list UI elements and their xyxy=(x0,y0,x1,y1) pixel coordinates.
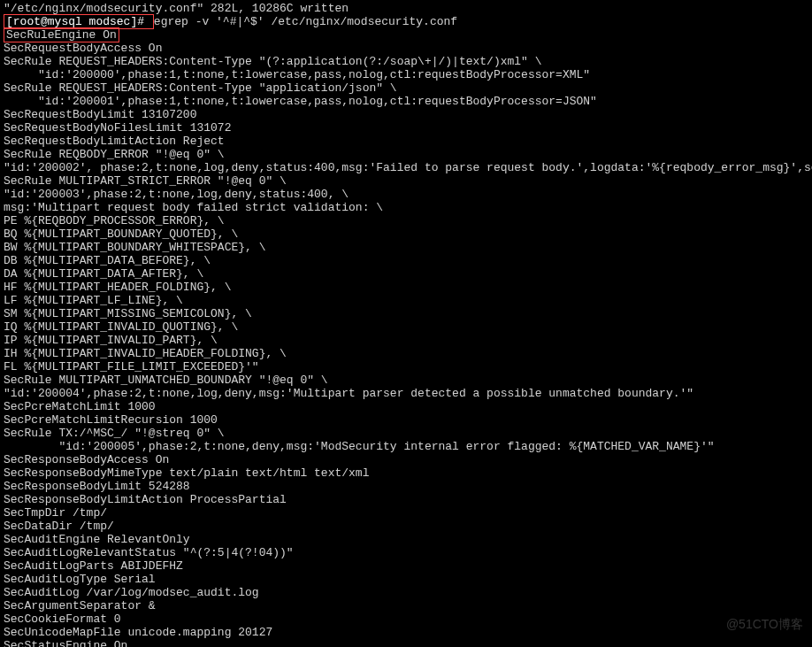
config-line: SecResponseBodyAccess On xyxy=(4,453,808,466)
config-line: SecRequestBodyLimit 13107200 xyxy=(4,108,808,121)
config-line: SecRule REQUEST_HEADERS:Content-Type "(?… xyxy=(4,55,808,68)
config-line: "id:'200004',phase:2,t:none,log,deny,msg… xyxy=(4,387,808,400)
config-line: SecRule TX:/^MSC_/ "!@streq 0" \ xyxy=(4,427,808,440)
config-line: SecRule REQUEST_HEADERS:Content-Type "ap… xyxy=(4,81,808,95)
config-line: SecAuditLogType Serial xyxy=(4,573,808,586)
config-line: IP %{MULTIPART_INVALID_PART}, \ xyxy=(4,334,808,347)
config-line: SecArgumentSeparator & xyxy=(4,599,808,612)
config-line: IQ %{MULTIPART_INVALID_QUOTING}, \ xyxy=(4,320,808,334)
config-line: HF %{MULTIPART_HEADER_FOLDING}, \ xyxy=(4,281,808,294)
config-line: DB %{MULTIPART_DATA_BEFORE}, \ xyxy=(4,254,808,267)
config-line: FL %{MULTIPART_FILE_LIMIT_EXCEEDED}'" xyxy=(4,360,808,374)
config-line: "id:'200002', phase:2,t:none,log,deny,st… xyxy=(4,161,808,174)
config-line: "id:'200001',phase:1,t:none,t:lowercase,… xyxy=(4,95,808,108)
config-line: SecStatusEngine On xyxy=(4,639,808,647)
config-line: SecUnicodeMapFile unicode.mapping 20127 xyxy=(4,626,808,639)
config-line: SecRule REQBODY_ERROR "!@eq 0" \ xyxy=(4,148,808,161)
config-line: IH %{MULTIPART_INVALID_HEADER_FOLDING}, … xyxy=(4,347,808,360)
config-line: SecResponseBodyLimitAction ProcessPartia… xyxy=(4,493,808,506)
watermark-text: @51CTO博客 xyxy=(726,618,803,631)
config-line: msg:'Multipart request body failed stric… xyxy=(4,201,808,214)
config-line: SecRequestBodyAccess On xyxy=(4,42,808,55)
config-line: DA %{MULTIPART_DATA_AFTER}, \ xyxy=(4,267,808,281)
config-line: BW %{MULTIPART_BOUNDARY_WHITESPACE}, \ xyxy=(4,241,808,254)
config-line: BQ %{MULTIPART_BOUNDARY_QUOTED}, \ xyxy=(4,227,808,241)
config-line: SecRule MULTIPART_STRICT_ERROR "!@eq 0" … xyxy=(4,174,808,188)
config-line: SecCookieFormat 0 xyxy=(4,612,808,626)
config-line: SecAuditEngine RelevantOnly xyxy=(4,533,808,546)
config-line: SecDataDir /tmp/ xyxy=(4,520,808,533)
terminal-output[interactable]: "/etc/nginx/modsecurity.conf" 282L, 1028… xyxy=(4,2,808,647)
config-output-lines: SecRequestBodyAccess OnSecRule REQUEST_H… xyxy=(4,42,808,647)
shell-command: egrep -v '^#|^$' /etc/nginx/modsecurity.… xyxy=(154,15,457,28)
config-line: "id:'200003',phase:2,t:none,log,deny,sta… xyxy=(4,188,808,201)
config-line: SecResponseBodyLimit 524288 xyxy=(4,480,808,493)
config-line: "id:'200005',phase:2,t:none,deny,msg:'Mo… xyxy=(4,440,808,453)
config-line: SecPcreMatchLimitRecursion 1000 xyxy=(4,413,808,427)
config-line: SecTmpDir /tmp/ xyxy=(4,506,808,520)
config-line: SecResponseBodyMimeType text/plain text/… xyxy=(4,466,808,480)
config-line: LF %{MULTIPART_LF_LINE}, \ xyxy=(4,294,808,307)
config-line: SecRule MULTIPART_UNMATCHED_BOUNDARY "!@… xyxy=(4,374,808,387)
config-line: SecRequestBodyNoFilesLimit 131072 xyxy=(4,121,808,135)
command-line: [root@mysql modsec]# egrep -v '^#|^$' /e… xyxy=(4,15,808,28)
editor-status-line: "/etc/nginx/modsecurity.conf" 282L, 1028… xyxy=(4,2,808,15)
config-line: "id:'200000',phase:1,t:none,t:lowercase,… xyxy=(4,68,808,81)
config-line: SecPcreMatchLimit 1000 xyxy=(4,400,808,413)
config-highlighted-line: SecRuleEngine On xyxy=(4,28,808,42)
config-line: SecAuditLog /var/log/modsec_audit.log xyxy=(4,586,808,599)
config-line: SecAuditLogParts ABIJDEFHZ xyxy=(4,559,808,573)
config-line: SecAuditLogRelevantStatus "^(?:5|4(?!04)… xyxy=(4,546,808,559)
config-line: PE %{REQBODY_PROCESSOR_ERROR}, \ xyxy=(4,214,808,227)
highlight-box: SecRuleEngine On xyxy=(4,27,119,42)
shell-prompt: [root@mysql modsec]# xyxy=(6,15,151,28)
config-line: SecRequestBodyLimitAction Reject xyxy=(4,135,808,148)
config-line: SM %{MULTIPART_MISSING_SEMICOLON}, \ xyxy=(4,307,808,320)
